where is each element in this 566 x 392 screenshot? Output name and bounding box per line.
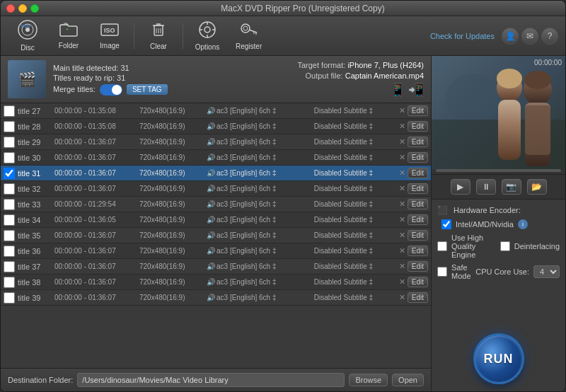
row-title: title 38 xyxy=(18,278,54,287)
row-delete-icon[interactable]: ✕ xyxy=(399,262,405,271)
image-button[interactable]: ISO Image xyxy=(90,19,129,52)
row-delete-icon[interactable]: ✕ xyxy=(399,137,405,146)
row-edit-button[interactable]: Edit xyxy=(408,105,428,116)
deinterlacing-checkbox[interactable] xyxy=(500,241,510,251)
audio-icon: 🔊 xyxy=(207,263,216,270)
table-row[interactable]: title 32 00:00:00 - 01:36:07 720x480(16:… xyxy=(1,181,431,197)
row-checkbox[interactable] xyxy=(4,152,15,163)
row-checkbox[interactable] xyxy=(4,246,15,257)
close-button[interactable] xyxy=(6,4,15,13)
table-row[interactable]: title 28 00:00:00 - 01:35:08 720x480(16:… xyxy=(1,119,431,134)
main-title-info: Main title detected: 31 xyxy=(53,64,290,72)
table-row[interactable]: title 30 00:00:00 - 01:36:07 720x480(16:… xyxy=(1,150,431,166)
table-row[interactable]: title 31 00:00:00 - 01:36:07 720x480(16:… xyxy=(1,166,431,181)
row-checkbox[interactable] xyxy=(4,214,15,226)
row-checkbox[interactable] xyxy=(4,199,15,210)
run-button[interactable]: RUN xyxy=(473,333,524,384)
screenshot-button[interactable]: 📷 xyxy=(502,179,521,195)
row-checkbox[interactable] xyxy=(4,230,15,241)
high-quality-checkbox[interactable] xyxy=(437,241,447,251)
row-edit-button[interactable]: Edit xyxy=(408,230,428,241)
toggle-knob xyxy=(112,85,122,95)
destination-input[interactable] xyxy=(77,373,345,387)
svg-point-29 xyxy=(497,69,522,88)
clear-button[interactable]: Clear xyxy=(139,18,178,53)
check-updates-link[interactable]: Check for Updates xyxy=(430,32,495,40)
row-checkbox[interactable] xyxy=(4,277,15,288)
main-window: MacX DVD Ripper Pro (Unregistered Copy) … xyxy=(0,0,566,392)
row-checkbox[interactable] xyxy=(4,137,15,148)
pause-button[interactable]: ⏸ xyxy=(476,179,496,195)
hardware-encoder-checkbox[interactable] xyxy=(441,219,451,229)
table-row[interactable]: title 38 00:00:00 - 01:36:07 720x480(16:… xyxy=(1,275,431,290)
folder-open-button[interactable]: 📂 xyxy=(527,179,547,195)
row-edit-button[interactable]: Edit xyxy=(408,152,428,163)
row-edit-button[interactable]: Edit xyxy=(408,214,428,225)
help-icon-button[interactable]: ? xyxy=(541,28,558,45)
register-label: Register xyxy=(236,42,262,50)
folder-button[interactable]: + Folder xyxy=(49,19,88,52)
options-icon xyxy=(198,21,216,42)
register-button[interactable]: Register xyxy=(229,18,269,53)
row-delete-icon[interactable]: ✕ xyxy=(399,200,405,209)
row-edit-button[interactable]: Edit xyxy=(408,121,428,132)
row-edit-button[interactable]: Edit xyxy=(408,137,428,147)
row-edit-button[interactable]: Edit xyxy=(408,183,428,194)
disc-button[interactable]: DVD Disc xyxy=(8,17,47,54)
row-edit-button[interactable]: Edit xyxy=(408,168,428,178)
open-button[interactable]: Open xyxy=(392,374,424,386)
row-resolution: 720x480(16:9) xyxy=(139,185,207,192)
play-button[interactable]: ▶ xyxy=(451,179,470,195)
destination-label: Destination Folder: xyxy=(8,376,73,384)
row-checkbox[interactable] xyxy=(4,261,15,272)
table-row[interactable]: title 36 00:00:00 - 01:36:07 720x480(16:… xyxy=(1,243,431,259)
table-row[interactable]: title 34 00:00:00 - 01:36:05 720x480(16:… xyxy=(1,212,431,228)
row-delete-icon[interactable]: ✕ xyxy=(399,106,405,115)
row-audio: ac3 [English] 6ch ‡ xyxy=(216,294,314,301)
row-edit-button[interactable]: Edit xyxy=(408,246,428,256)
table-row[interactable]: title 37 00:00:00 - 01:36:07 720x480(16:… xyxy=(1,259,431,275)
set-tag-button[interactable]: SET TAG xyxy=(127,84,168,95)
row-checkbox[interactable] xyxy=(4,121,15,132)
row-delete-icon[interactable]: ✕ xyxy=(399,184,405,193)
row-delete-icon[interactable]: ✕ xyxy=(399,277,405,287)
audio-icon: 🔊 xyxy=(207,122,216,130)
row-delete-icon[interactable]: ✕ xyxy=(399,153,405,162)
minimize-button[interactable] xyxy=(18,4,27,13)
table-row[interactable]: title 39 00:00:00 - 01:36:07 720x480(16:… xyxy=(1,290,431,306)
table-row[interactable]: title 35 00:00:00 - 01:36:07 720x480(16:… xyxy=(1,228,431,243)
safe-mode-checkbox[interactable] xyxy=(437,267,447,277)
row-checkbox[interactable] xyxy=(4,105,15,117)
row-actions: ✕ Edit xyxy=(399,137,428,147)
row-edit-button[interactable]: Edit xyxy=(408,261,428,272)
maximize-button[interactable] xyxy=(30,4,39,13)
row-delete-icon[interactable]: ✕ xyxy=(399,122,405,131)
row-subtitle: Disabled Subtitle ‡ xyxy=(314,294,399,301)
row-delete-icon[interactable]: ✕ xyxy=(399,293,405,302)
row-edit-button[interactable]: Edit xyxy=(408,292,428,303)
row-checkbox[interactable] xyxy=(4,183,15,195)
table-row[interactable]: title 33 00:00:00 - 01:29:54 720x480(16:… xyxy=(1,197,431,212)
merge-toggle[interactable] xyxy=(100,84,122,96)
user-icon-button[interactable]: 👤 xyxy=(502,28,519,45)
row-delete-icon[interactable]: ✕ xyxy=(399,168,405,178)
row-edit-button[interactable]: Edit xyxy=(408,199,428,209)
email-icon-button[interactable]: ✉ xyxy=(521,28,538,45)
row-delete-icon[interactable]: ✕ xyxy=(399,215,405,224)
destination-bar: Destination Folder: Browse Open xyxy=(1,368,431,391)
row-delete-icon[interactable]: ✕ xyxy=(399,231,405,240)
table-row[interactable]: title 27 00:00:00 - 01:35:08 720x480(16:… xyxy=(1,103,431,119)
table-row[interactable]: title 29 00:00:00 - 01:36:07 720x480(16:… xyxy=(1,134,431,150)
info-icon[interactable]: i xyxy=(518,219,528,229)
options-button[interactable]: Options xyxy=(187,18,227,54)
cpu-core-select[interactable]: 4 1 2 8 xyxy=(533,265,560,278)
titles-table[interactable]: title 27 00:00:00 - 01:35:08 720x480(16:… xyxy=(1,103,431,368)
audio-icon: 🔊 xyxy=(207,216,216,224)
row-edit-button[interactable]: Edit xyxy=(408,277,428,287)
row-checkbox[interactable] xyxy=(4,292,15,304)
row-checkbox[interactable] xyxy=(4,168,15,179)
disc-label: Disc xyxy=(21,44,34,52)
row-actions: ✕ Edit xyxy=(399,246,428,256)
row-delete-icon[interactable]: ✕ xyxy=(399,246,405,255)
browse-button[interactable]: Browse xyxy=(349,374,388,386)
